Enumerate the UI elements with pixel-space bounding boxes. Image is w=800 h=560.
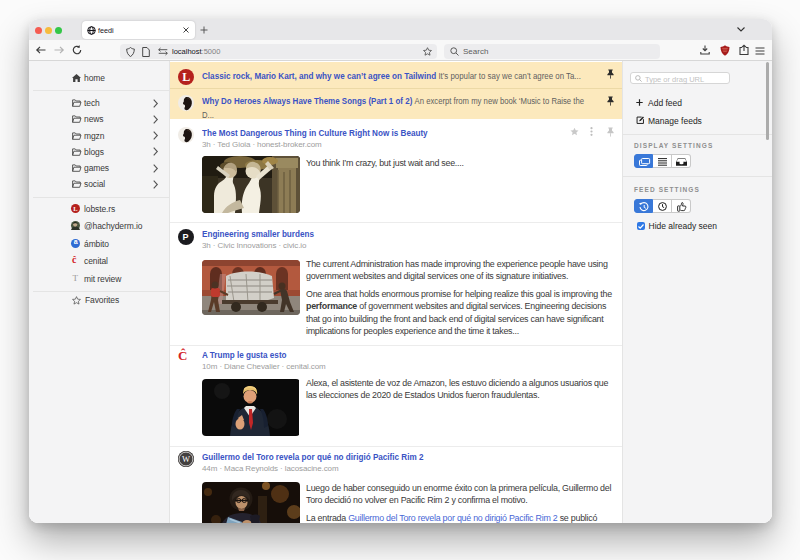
svg-text:W: W [182,454,190,464]
svg-text:L: L [73,204,78,211]
